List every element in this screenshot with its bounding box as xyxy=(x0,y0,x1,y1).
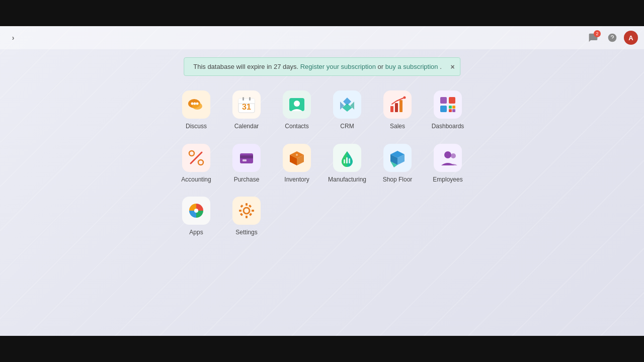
crm-icon xyxy=(333,90,361,119)
manufacturing-label: Manufacturing xyxy=(328,176,366,184)
employees-icon xyxy=(434,144,462,172)
svg-rect-41 xyxy=(346,157,348,163)
banner-close-button[interactable]: × xyxy=(451,63,455,70)
contacts-label: Contacts xyxy=(285,123,308,131)
inventory-label: Inventory xyxy=(284,176,309,184)
settings-icon xyxy=(232,197,261,225)
svg-rect-19 xyxy=(390,106,393,112)
svg-point-39 xyxy=(296,154,298,156)
app-item-dashboards[interactable]: Dashboards xyxy=(425,86,470,135)
accounting-label: Accounting xyxy=(181,176,211,184)
dashboards-label: Dashboards xyxy=(432,123,464,131)
black-bar-bottom xyxy=(0,336,644,362)
svg-rect-29 xyxy=(452,109,455,112)
discuss-label: Discuss xyxy=(186,123,207,131)
svg-rect-54 xyxy=(252,210,254,212)
purchase-label: Purchase xyxy=(234,176,260,184)
buy-subscription-link[interactable]: buy a subscription xyxy=(385,63,438,70)
app-item-manufacturing[interactable]: Manufacturing xyxy=(325,140,370,188)
banner-or: or xyxy=(378,63,385,70)
svg-rect-40 xyxy=(344,159,345,163)
svg-rect-57 xyxy=(249,205,252,208)
purchase-icon xyxy=(232,144,261,172)
svg-rect-51 xyxy=(246,203,248,206)
manufacturing-icon xyxy=(333,144,361,172)
svg-rect-42 xyxy=(349,158,350,163)
help-icon xyxy=(607,33,617,43)
sidebar-toggle[interactable]: › xyxy=(6,31,20,45)
contacts-icon xyxy=(283,90,311,119)
employees-label: Employees xyxy=(433,176,462,184)
app-item-contacts[interactable]: Contacts xyxy=(274,86,319,135)
shopfloor-icon xyxy=(383,144,412,172)
svg-rect-53 xyxy=(239,210,242,212)
apps-label: Apps xyxy=(189,229,203,237)
svg-point-47 xyxy=(444,151,451,158)
svg-rect-26 xyxy=(449,106,452,109)
app-item-settings[interactable]: Settings xyxy=(224,193,269,241)
crm-label: CRM xyxy=(340,123,354,131)
svg-rect-58 xyxy=(240,213,243,216)
svg-rect-24 xyxy=(449,97,455,104)
svg-rect-20 xyxy=(395,103,398,112)
svg-rect-52 xyxy=(246,216,248,218)
app-item-sales[interactable]: Sales xyxy=(375,86,420,135)
discuss-icon xyxy=(182,90,210,119)
svg-point-0 xyxy=(608,34,617,42)
svg-rect-11 xyxy=(249,97,251,101)
banner-text: This database will expire in 27 days. xyxy=(193,63,300,70)
app-item-apps[interactable]: Apps xyxy=(174,193,219,241)
app-item-inventory[interactable]: Inventory xyxy=(274,140,319,188)
nav-bar: › 2 A xyxy=(0,26,644,49)
app-item-accounting[interactable]: Accounting xyxy=(174,140,219,188)
chat-badge: 2 xyxy=(594,30,601,37)
svg-point-31 xyxy=(189,151,194,156)
svg-point-22 xyxy=(404,97,406,99)
dashboards-icon xyxy=(434,90,462,119)
svg-point-4 xyxy=(194,103,196,105)
svg-point-32 xyxy=(198,160,203,165)
app-item-shopfloor[interactable]: Shop Floor xyxy=(375,140,420,188)
sales-label: Sales xyxy=(390,123,405,131)
app-grid: Discuss 31 Calendar xyxy=(174,86,470,241)
main-area: › 2 A This database will expire i xyxy=(0,26,644,336)
app-item-calendar[interactable]: 31 Calendar xyxy=(224,86,269,135)
notification-banner: This database will expire in 27 days. Re… xyxy=(184,57,460,76)
svg-rect-21 xyxy=(399,100,403,112)
apps-icon xyxy=(182,197,210,225)
register-subscription-link[interactable]: Register your subscription xyxy=(300,63,376,70)
calendar-icon: 31 xyxy=(232,90,261,119)
inventory-icon xyxy=(283,144,311,172)
shopfloor-label: Shop Floor xyxy=(383,176,413,184)
banner-period: . xyxy=(440,63,442,70)
svg-rect-35 xyxy=(243,159,247,161)
svg-line-30 xyxy=(191,152,202,163)
svg-point-50 xyxy=(244,208,250,214)
accounting-icon xyxy=(182,144,210,172)
svg-point-49 xyxy=(194,209,198,213)
user-avatar[interactable]: A xyxy=(624,31,638,45)
svg-point-3 xyxy=(191,103,194,105)
settings-label: Settings xyxy=(235,229,257,237)
chat-button[interactable]: 2 xyxy=(586,30,601,45)
app-item-crm[interactable]: CRM xyxy=(325,86,370,135)
svg-rect-27 xyxy=(452,106,455,109)
app-item-discuss[interactable]: Discuss xyxy=(174,86,219,135)
svg-rect-56 xyxy=(249,213,252,216)
svg-rect-55 xyxy=(240,205,243,208)
black-bar-top xyxy=(0,0,644,26)
nav-right: 2 A xyxy=(586,30,638,45)
svg-text:31: 31 xyxy=(242,103,251,111)
help-button[interactable] xyxy=(605,30,620,45)
app-item-employees[interactable]: Employees xyxy=(425,140,470,188)
calendar-label: Calendar xyxy=(234,123,259,131)
sales-icon xyxy=(383,90,412,119)
svg-point-5 xyxy=(196,103,199,105)
svg-rect-28 xyxy=(449,109,452,112)
svg-rect-23 xyxy=(440,97,447,104)
svg-rect-10 xyxy=(243,97,244,101)
app-item-purchase[interactable]: Purchase xyxy=(224,140,269,188)
svg-rect-25 xyxy=(440,106,447,112)
svg-point-14 xyxy=(294,101,300,107)
svg-marker-16 xyxy=(342,104,352,112)
